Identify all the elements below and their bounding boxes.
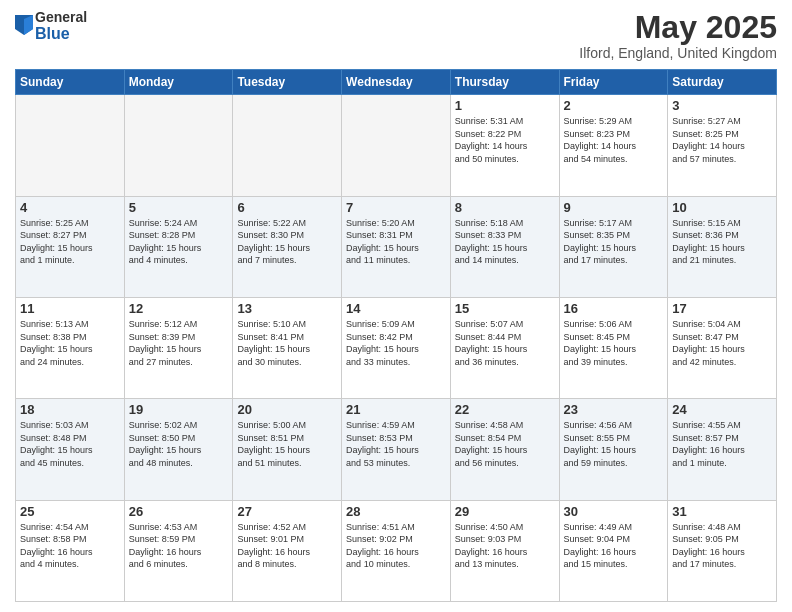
day-number: 8 — [455, 200, 555, 215]
day-number: 4 — [20, 200, 120, 215]
day-number: 30 — [564, 504, 664, 519]
day-number: 11 — [20, 301, 120, 316]
day-number: 27 — [237, 504, 337, 519]
calendar-cell — [342, 95, 451, 196]
day-info: Sunrise: 5:18 AM Sunset: 8:33 PM Dayligh… — [455, 217, 555, 267]
calendar-cell: 26Sunrise: 4:53 AM Sunset: 8:59 PM Dayli… — [124, 500, 233, 601]
calendar-cell: 12Sunrise: 5:12 AM Sunset: 8:39 PM Dayli… — [124, 297, 233, 398]
day-info: Sunrise: 5:09 AM Sunset: 8:42 PM Dayligh… — [346, 318, 446, 368]
calendar-row-5: 25Sunrise: 4:54 AM Sunset: 8:58 PM Dayli… — [16, 500, 777, 601]
day-number: 2 — [564, 98, 664, 113]
day-info: Sunrise: 5:00 AM Sunset: 8:51 PM Dayligh… — [237, 419, 337, 469]
day-info: Sunrise: 4:59 AM Sunset: 8:53 PM Dayligh… — [346, 419, 446, 469]
day-info: Sunrise: 4:49 AM Sunset: 9:04 PM Dayligh… — [564, 521, 664, 571]
calendar-row-2: 4Sunrise: 5:25 AM Sunset: 8:27 PM Daylig… — [16, 196, 777, 297]
day-info: Sunrise: 4:50 AM Sunset: 9:03 PM Dayligh… — [455, 521, 555, 571]
calendar-cell: 31Sunrise: 4:48 AM Sunset: 9:05 PM Dayli… — [668, 500, 777, 601]
calendar-cell — [16, 95, 125, 196]
day-number: 25 — [20, 504, 120, 519]
day-number: 18 — [20, 402, 120, 417]
header: General Blue May 2025 Ilford, England, U… — [15, 10, 777, 61]
day-number: 12 — [129, 301, 229, 316]
logo-blue-text: Blue — [35, 25, 87, 43]
day-info: Sunrise: 5:25 AM Sunset: 8:27 PM Dayligh… — [20, 217, 120, 267]
day-info: Sunrise: 5:27 AM Sunset: 8:25 PM Dayligh… — [672, 115, 772, 165]
day-info: Sunrise: 4:52 AM Sunset: 9:01 PM Dayligh… — [237, 521, 337, 571]
day-number: 19 — [129, 402, 229, 417]
day-info: Sunrise: 5:03 AM Sunset: 8:48 PM Dayligh… — [20, 419, 120, 469]
logo-general-text: General — [35, 10, 87, 25]
day-info: Sunrise: 5:15 AM Sunset: 8:36 PM Dayligh… — [672, 217, 772, 267]
day-number: 31 — [672, 504, 772, 519]
calendar-cell: 5Sunrise: 5:24 AM Sunset: 8:28 PM Daylig… — [124, 196, 233, 297]
calendar-cell: 19Sunrise: 5:02 AM Sunset: 8:50 PM Dayli… — [124, 399, 233, 500]
day-number: 22 — [455, 402, 555, 417]
calendar-row-1: 1Sunrise: 5:31 AM Sunset: 8:22 PM Daylig… — [16, 95, 777, 196]
day-info: Sunrise: 5:12 AM Sunset: 8:39 PM Dayligh… — [129, 318, 229, 368]
day-info: Sunrise: 5:22 AM Sunset: 8:30 PM Dayligh… — [237, 217, 337, 267]
day-info: Sunrise: 4:55 AM Sunset: 8:57 PM Dayligh… — [672, 419, 772, 469]
day-number: 3 — [672, 98, 772, 113]
day-number: 26 — [129, 504, 229, 519]
day-number: 16 — [564, 301, 664, 316]
calendar-cell: 20Sunrise: 5:00 AM Sunset: 8:51 PM Dayli… — [233, 399, 342, 500]
calendar-cell: 17Sunrise: 5:04 AM Sunset: 8:47 PM Dayli… — [668, 297, 777, 398]
col-wednesday: Wednesday — [342, 70, 451, 95]
month-title: May 2025 — [579, 10, 777, 45]
calendar-cell — [124, 95, 233, 196]
calendar-cell: 7Sunrise: 5:20 AM Sunset: 8:31 PM Daylig… — [342, 196, 451, 297]
day-info: Sunrise: 5:24 AM Sunset: 8:28 PM Dayligh… — [129, 217, 229, 267]
day-number: 13 — [237, 301, 337, 316]
col-saturday: Saturday — [668, 70, 777, 95]
day-number: 1 — [455, 98, 555, 113]
day-number: 10 — [672, 200, 772, 215]
calendar-cell: 29Sunrise: 4:50 AM Sunset: 9:03 PM Dayli… — [450, 500, 559, 601]
day-number: 9 — [564, 200, 664, 215]
calendar-cell: 6Sunrise: 5:22 AM Sunset: 8:30 PM Daylig… — [233, 196, 342, 297]
day-info: Sunrise: 4:51 AM Sunset: 9:02 PM Dayligh… — [346, 521, 446, 571]
calendar-cell: 16Sunrise: 5:06 AM Sunset: 8:45 PM Dayli… — [559, 297, 668, 398]
col-monday: Monday — [124, 70, 233, 95]
day-info: Sunrise: 4:53 AM Sunset: 8:59 PM Dayligh… — [129, 521, 229, 571]
day-info: Sunrise: 5:13 AM Sunset: 8:38 PM Dayligh… — [20, 318, 120, 368]
day-number: 24 — [672, 402, 772, 417]
logo-text: General Blue — [35, 10, 87, 43]
day-info: Sunrise: 4:56 AM Sunset: 8:55 PM Dayligh… — [564, 419, 664, 469]
calendar-cell: 11Sunrise: 5:13 AM Sunset: 8:38 PM Dayli… — [16, 297, 125, 398]
day-info: Sunrise: 5:17 AM Sunset: 8:35 PM Dayligh… — [564, 217, 664, 267]
day-info: Sunrise: 4:48 AM Sunset: 9:05 PM Dayligh… — [672, 521, 772, 571]
col-sunday: Sunday — [16, 70, 125, 95]
calendar-row-3: 11Sunrise: 5:13 AM Sunset: 8:38 PM Dayli… — [16, 297, 777, 398]
day-number: 14 — [346, 301, 446, 316]
day-number: 15 — [455, 301, 555, 316]
calendar-cell: 25Sunrise: 4:54 AM Sunset: 8:58 PM Dayli… — [16, 500, 125, 601]
calendar-cell: 1Sunrise: 5:31 AM Sunset: 8:22 PM Daylig… — [450, 95, 559, 196]
day-number: 20 — [237, 402, 337, 417]
day-number: 17 — [672, 301, 772, 316]
day-info: Sunrise: 5:20 AM Sunset: 8:31 PM Dayligh… — [346, 217, 446, 267]
day-info: Sunrise: 5:02 AM Sunset: 8:50 PM Dayligh… — [129, 419, 229, 469]
col-tuesday: Tuesday — [233, 70, 342, 95]
calendar-cell: 30Sunrise: 4:49 AM Sunset: 9:04 PM Dayli… — [559, 500, 668, 601]
day-number: 23 — [564, 402, 664, 417]
calendar-cell: 4Sunrise: 5:25 AM Sunset: 8:27 PM Daylig… — [16, 196, 125, 297]
day-number: 21 — [346, 402, 446, 417]
header-row: Sunday Monday Tuesday Wednesday Thursday… — [16, 70, 777, 95]
calendar-cell: 14Sunrise: 5:09 AM Sunset: 8:42 PM Dayli… — [342, 297, 451, 398]
col-friday: Friday — [559, 70, 668, 95]
day-info: Sunrise: 5:06 AM Sunset: 8:45 PM Dayligh… — [564, 318, 664, 368]
day-info: Sunrise: 5:29 AM Sunset: 8:23 PM Dayligh… — [564, 115, 664, 165]
day-info: Sunrise: 5:07 AM Sunset: 8:44 PM Dayligh… — [455, 318, 555, 368]
calendar-cell: 8Sunrise: 5:18 AM Sunset: 8:33 PM Daylig… — [450, 196, 559, 297]
calendar-cell: 3Sunrise: 5:27 AM Sunset: 8:25 PM Daylig… — [668, 95, 777, 196]
calendar-cell: 23Sunrise: 4:56 AM Sunset: 8:55 PM Dayli… — [559, 399, 668, 500]
calendar-row-4: 18Sunrise: 5:03 AM Sunset: 8:48 PM Dayli… — [16, 399, 777, 500]
location: Ilford, England, United Kingdom — [579, 45, 777, 61]
day-info: Sunrise: 5:31 AM Sunset: 8:22 PM Dayligh… — [455, 115, 555, 165]
calendar: Sunday Monday Tuesday Wednesday Thursday… — [15, 69, 777, 602]
day-number: 6 — [237, 200, 337, 215]
col-thursday: Thursday — [450, 70, 559, 95]
day-number: 29 — [455, 504, 555, 519]
calendar-cell — [233, 95, 342, 196]
logo-icon — [15, 15, 33, 35]
